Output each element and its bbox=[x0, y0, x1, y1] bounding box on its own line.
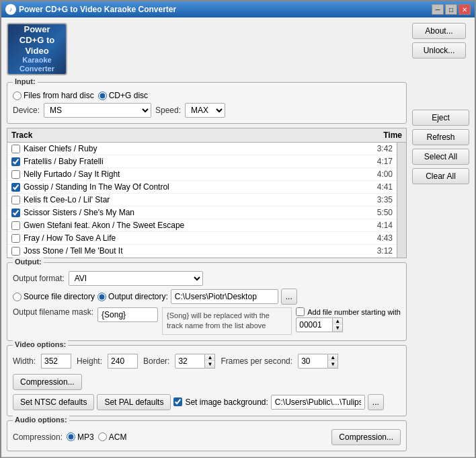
track-checkbox[interactable] bbox=[11, 221, 20, 230]
refresh-button[interactable]: Refresh bbox=[412, 129, 469, 145]
track-time: 3:35 bbox=[372, 195, 393, 204]
compression-video-button[interactable]: Compression... bbox=[13, 374, 82, 390]
track-checkbox[interactable] bbox=[11, 183, 20, 192]
table-row[interactable]: Scissor Sisters / She's My Man 5:50 bbox=[7, 206, 397, 219]
speed-select[interactable]: MAX bbox=[185, 103, 225, 118]
audio-options-group: Audio options: Compression: MP3 ACM Comp… bbox=[7, 420, 407, 451]
table-row[interactable]: Fratellis / Baby Fratelli 4:17 bbox=[7, 155, 397, 168]
add-file-value-input[interactable] bbox=[296, 317, 333, 332]
spinner-arrows: ▲ ▼ bbox=[333, 317, 343, 332]
track-item-left: Gwen Stefani feat. Akon / The Sweet Esca… bbox=[11, 221, 184, 230]
radio-mp3[interactable] bbox=[67, 432, 75, 441]
border-down-button[interactable]: ▼ bbox=[205, 361, 214, 368]
table-row[interactable]: Gwen Stefani feat. Akon / The Sweet Esca… bbox=[7, 219, 397, 232]
clear-all-button[interactable]: Clear All bbox=[412, 168, 469, 184]
video-options-group: Video options: Width: Height: Border: ▲ … bbox=[7, 345, 407, 416]
input-label: Input: bbox=[13, 77, 38, 85]
add-file-checkbox[interactable] bbox=[296, 307, 305, 316]
compression-audio-button[interactable]: Compression... bbox=[331, 429, 401, 445]
radio-source-dir[interactable] bbox=[13, 293, 22, 301]
track-time: 4:17 bbox=[372, 157, 393, 166]
select-all-button[interactable]: Select All bbox=[412, 149, 469, 165]
spinner-down-button[interactable]: ▼ bbox=[333, 325, 342, 332]
table-row[interactable]: Joss Stone / Tell Me 'Bout It 3:12 bbox=[7, 245, 397, 258]
track-checkbox[interactable] bbox=[11, 196, 20, 204]
title-bar-controls: ─ □ ✕ bbox=[432, 4, 471, 15]
radio-mp3-label[interactable]: MP3 bbox=[67, 432, 94, 442]
track-name: Kaiser Chiefs / Ruby bbox=[24, 144, 97, 153]
table-row[interactable]: Nelly Furtado / Say It Right 4:00 bbox=[7, 168, 397, 181]
radio-cd[interactable] bbox=[98, 91, 107, 100]
track-checkbox[interactable] bbox=[11, 145, 20, 153]
border-up-button[interactable]: ▲ bbox=[205, 354, 214, 361]
format-select[interactable]: AVI bbox=[69, 271, 203, 286]
add-file-spinner[interactable]: ▲ ▼ bbox=[296, 317, 343, 332]
border-arrows: ▲ ▼ bbox=[205, 354, 215, 369]
mask-label: Output filename mask: bbox=[13, 307, 93, 317]
radio-source-label[interactable]: Source file directory bbox=[13, 292, 95, 301]
track-name: Joss Stone / Tell Me 'Bout It bbox=[24, 246, 122, 256]
top-right-buttons: About... Unlock... bbox=[412, 23, 469, 59]
track-checkbox[interactable] bbox=[11, 157, 20, 166]
title-bar-left: ♪ Power CD+G to Video Karaoke Converter bbox=[5, 4, 176, 15]
title-bar: ♪ Power CD+G to Video Karaoke Converter … bbox=[1, 1, 475, 17]
browse-output-button[interactable]: ... bbox=[281, 289, 297, 305]
set-pal-button[interactable]: Set PAL defaults bbox=[97, 394, 171, 410]
fps-up-button[interactable]: ▲ bbox=[328, 354, 338, 361]
eject-button[interactable]: Eject bbox=[412, 110, 469, 126]
table-row[interactable]: Kelis ft Cee-Lo / Lil' Star 3:35 bbox=[7, 194, 397, 206]
track-name: Fray / How To Save A Life bbox=[24, 233, 116, 243]
output-path-input[interactable] bbox=[171, 289, 278, 304]
track-time: 4:41 bbox=[372, 182, 393, 192]
track-scrollbar[interactable] bbox=[397, 143, 406, 258]
main-window: ♪ Power CD+G to Video Karaoke Converter … bbox=[0, 0, 476, 458]
track-checkbox[interactable] bbox=[11, 208, 20, 217]
track-item-left: Scissor Sisters / She's My Man bbox=[11, 208, 134, 217]
border-input[interactable] bbox=[175, 354, 205, 369]
table-row[interactable]: Kaiser Chiefs / Ruby 3:42 bbox=[7, 143, 397, 155]
radio-acm-label[interactable]: ACM bbox=[98, 432, 127, 442]
mask-input[interactable] bbox=[97, 307, 158, 322]
border-label: Border: bbox=[143, 356, 169, 366]
radio-hard-disc-label[interactable]: Files from hard disc bbox=[13, 91, 94, 100]
radio-output-dir[interactable] bbox=[97, 293, 106, 301]
about-button[interactable]: About... bbox=[412, 23, 466, 39]
video-options-label: Video options: bbox=[13, 340, 68, 348]
radio-acm[interactable] bbox=[98, 432, 107, 441]
radio-output-label[interactable]: Output directory: bbox=[97, 292, 168, 301]
browse-bg-button[interactable]: ... bbox=[368, 394, 384, 410]
height-input[interactable] bbox=[108, 354, 138, 369]
width-input[interactable] bbox=[41, 354, 71, 369]
add-file-label-text: Add file number starting with bbox=[307, 308, 401, 316]
track-checkbox[interactable] bbox=[11, 234, 20, 243]
fps-down-button[interactable]: ▼ bbox=[328, 361, 338, 368]
main-area: Power CD+G to Video Karaoke Converter In… bbox=[7, 23, 407, 451]
app-icon: ♪ bbox=[5, 4, 16, 15]
track-header: Track Time bbox=[7, 128, 406, 143]
device-select[interactable]: MS bbox=[44, 103, 151, 118]
radio-hard-disc[interactable] bbox=[13, 91, 22, 100]
maximize-button[interactable]: □ bbox=[445, 4, 457, 15]
bg-path-input[interactable] bbox=[271, 395, 365, 410]
unlock-button[interactable]: Unlock... bbox=[412, 42, 466, 59]
table-row[interactable]: Gossip / Standing In The Way Of Control … bbox=[7, 181, 397, 194]
bg-checkbox-label[interactable]: Set image background: bbox=[173, 397, 268, 407]
border-spinner[interactable]: ▲ ▼ bbox=[175, 354, 215, 369]
width-label: Width: bbox=[13, 356, 36, 366]
fps-spinner[interactable]: ▲ ▼ bbox=[298, 354, 338, 369]
title-bar-text: Power CD+G to Video Karaoke Converter bbox=[19, 5, 176, 14]
track-checkbox[interactable] bbox=[11, 170, 20, 179]
right-area: About... Unlock... Eject Refresh Select … bbox=[412, 23, 469, 451]
set-ntsc-button[interactable]: Set NTSC defaults bbox=[13, 394, 94, 410]
track-checkbox[interactable] bbox=[11, 247, 20, 256]
bg-checkbox[interactable] bbox=[173, 397, 182, 406]
add-file-checkbox-label[interactable]: Add file number starting with bbox=[296, 307, 401, 316]
table-row[interactable]: Fray / How To Save A Life 4:43 bbox=[7, 232, 397, 245]
input-group: Input: Files from hard disc CD+G disc De… bbox=[7, 82, 407, 124]
close-window-button[interactable]: ✕ bbox=[459, 4, 471, 15]
radio-cd-label[interactable]: CD+G disc bbox=[98, 91, 148, 100]
track-time: 4:43 bbox=[372, 233, 393, 243]
spinner-up-button[interactable]: ▲ bbox=[333, 318, 342, 325]
fps-input[interactable] bbox=[298, 354, 328, 369]
minimize-button[interactable]: ─ bbox=[432, 4, 444, 15]
